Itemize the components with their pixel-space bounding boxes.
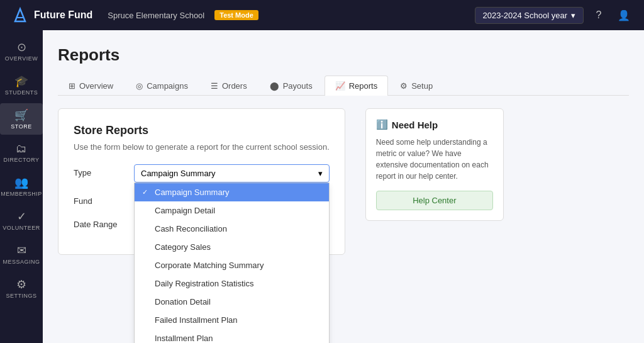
type-label: Type: [74, 164, 124, 177]
dropdown-item[interactable]: Daily Registration Statistics: [135, 274, 329, 293]
sidebar-item-directory[interactable]: 🗂 DIRECTORY: [0, 137, 43, 168]
help-title: ℹ️ Need Help: [376, 119, 493, 130]
dropdown-item-label: Corporate Matching Summary: [155, 261, 264, 270]
logo-icon: [10, 5, 30, 25]
sidebar-icon-store: 🛒: [14, 108, 28, 122]
sidebar-item-overview[interactable]: ⊙ OVERVIEW: [0, 35, 43, 67]
sidebar-item-volunteer[interactable]: ✓ VOLUNTEER: [0, 205, 43, 236]
type-dropdown-container: Campaign Summary ▾ ✓Campaign SummaryCamp…: [134, 164, 330, 183]
sidebar-icon-messaging: ✉: [17, 244, 26, 257]
dropdown-item-label: Campaign Summary: [155, 188, 230, 197]
tab-setup[interactable]: ⚙Setup: [389, 76, 443, 96]
type-row: Type Campaign Summary ▾ ✓Campaign Summar…: [74, 164, 330, 183]
tab-label-overview: Overview: [79, 81, 113, 91]
top-nav: Future Fund Spruce Elementary School Tes…: [0, 0, 644, 30]
dropdown-item-label: Donation Detail: [155, 297, 211, 306]
sidebar-label-settings: SETTINGS: [6, 293, 36, 299]
tab-icon-setup: ⚙: [400, 81, 408, 91]
chevron-down-icon: ▾: [318, 169, 323, 178]
date-range-label: Date Range: [74, 216, 124, 229]
tab-label-payouts: Payouts: [283, 81, 313, 91]
dropdown-item-label: Daily Registration Statistics: [155, 279, 254, 288]
tab-icon-reports: 📈: [335, 81, 345, 91]
dropdown-item[interactable]: Donation Detail: [135, 293, 329, 311]
sidebar-icon-membership: 👥: [14, 176, 28, 189]
store-reports-card: Store Reports Use the form below to gene…: [58, 108, 345, 255]
content: Reports ⊞Overview◎Campaigns☰Orders⬤Payou…: [43, 30, 644, 343]
tabs: ⊞Overview◎Campaigns☰Orders⬤Payouts📈Repor…: [58, 75, 629, 96]
help-card: ℹ️ Need Help Need some help understandin…: [365, 108, 504, 221]
type-dropdown-trigger[interactable]: Campaign Summary ▾: [134, 164, 330, 183]
help-center-button[interactable]: Help Center: [376, 191, 493, 210]
sidebar-item-settings[interactable]: ⚙ SETTINGS: [0, 273, 43, 304]
right-panel: ℹ️ Need Help Need some help understandin…: [365, 108, 504, 221]
tab-label-setup: Setup: [411, 81, 433, 91]
sidebar-icon-directory: 🗂: [16, 142, 27, 155]
tab-campaigns[interactable]: ◎Campaigns: [125, 76, 199, 96]
sidebar-label-students: STUDENTS: [5, 89, 38, 96]
sidebar-label-membership: MEMBERSHIP: [1, 191, 42, 197]
sidebar-label-volunteer: VOLUNTEER: [3, 225, 40, 231]
tab-icon-campaigns: ◎: [136, 81, 143, 91]
dropdown-item[interactable]: Cash Reconciliation: [135, 220, 329, 238]
help-button[interactable]: ?: [589, 5, 609, 25]
svg-marker-0: [15, 9, 25, 21]
sidebar-item-membership[interactable]: 👥 MEMBERSHIP: [0, 171, 43, 202]
nav-right: 2023-2024 School year ▾ ? 👤: [475, 5, 634, 25]
sidebar-item-messaging[interactable]: ✉ MESSAGING: [0, 239, 43, 270]
info-icon: ℹ️: [376, 119, 388, 130]
content-row: Store Reports Use the form below to gene…: [58, 108, 629, 255]
dropdown-item[interactable]: Failed Installment Plan: [135, 311, 329, 329]
sidebar-item-students[interactable]: 🎓 STUDENTS: [0, 69, 43, 101]
sidebar-item-store[interactable]: 🛒 STORE: [0, 103, 43, 135]
dropdown-item[interactable]: Corporate Matching Summary: [135, 256, 329, 274]
tab-orders[interactable]: ☰Orders: [200, 76, 258, 96]
sidebar-icon-settings: ⚙: [16, 278, 26, 291]
type-dropdown-list: ✓Campaign SummaryCampaign DetailCash Rec…: [134, 183, 330, 343]
help-description: Need some help understanding a metric or…: [376, 137, 493, 182]
dropdown-item[interactable]: Campaign Detail: [135, 201, 329, 220]
tab-label-campaigns: Campaigns: [147, 81, 188, 91]
dropdown-item[interactable]: Category Sales: [135, 238, 329, 256]
tab-icon-overview: ⊞: [69, 81, 75, 91]
sidebar: ⊙ OVERVIEW 🎓 STUDENTS 🛒 STORE 🗂 DIRECTOR…: [0, 30, 43, 343]
dropdown-item-label: Campaign Detail: [155, 206, 215, 215]
sidebar-icon-volunteer: ✓: [17, 210, 26, 223]
sidebar-label-messaging: MESSAGING: [3, 259, 40, 265]
logo: Future Fund: [10, 5, 92, 25]
sidebar-icon-overview: ⊙: [17, 40, 26, 54]
tab-label-reports: Reports: [349, 81, 378, 91]
school-name: Spruce Elementary School: [108, 11, 204, 20]
dropdown-item[interactable]: ✓Campaign Summary: [135, 183, 329, 201]
tab-label-orders: Orders: [222, 81, 247, 91]
page-title: Reports: [58, 45, 629, 65]
sidebar-label-overview: OVERVIEW: [5, 55, 38, 62]
user-button[interactable]: 👤: [614, 5, 634, 25]
tab-icon-orders: ☰: [211, 81, 218, 91]
fund-label: Fund: [74, 193, 124, 206]
tab-overview[interactable]: ⊞Overview: [58, 76, 124, 96]
sidebar-label-directory: DIRECTORY: [3, 157, 39, 163]
main-layout: ⊙ OVERVIEW 🎓 STUDENTS 🛒 STORE 🗂 DIRECTOR…: [0, 30, 644, 343]
dropdown-item-label: Cash Reconciliation: [155, 224, 227, 233]
tab-reports[interactable]: 📈Reports: [325, 76, 389, 96]
tab-icon-payouts: ⬤: [270, 81, 279, 91]
dropdown-item-label: Failed Installment Plan: [155, 315, 238, 325]
chevron-down-icon: ▾: [571, 11, 575, 20]
test-mode-badge: Test Mode: [214, 10, 258, 20]
selected-type-label: Campaign Summary: [141, 169, 216, 178]
check-icon: ✓: [142, 188, 151, 196]
sidebar-icon-students: 🎓: [14, 74, 28, 88]
logo-text: Future Fund: [34, 9, 92, 21]
school-year-dropdown[interactable]: 2023-2024 School year ▾: [475, 7, 584, 24]
dropdown-item[interactable]: Installment Plan: [135, 329, 329, 343]
sidebar-label-store: STORE: [11, 123, 31, 130]
dropdown-item-label: Category Sales: [155, 242, 211, 252]
tab-payouts[interactable]: ⬤Payouts: [259, 76, 323, 96]
dropdown-item-label: Installment Plan: [155, 334, 213, 343]
store-reports-description: Use the form below to generate a report …: [74, 142, 330, 152]
store-reports-title: Store Reports: [74, 124, 330, 137]
